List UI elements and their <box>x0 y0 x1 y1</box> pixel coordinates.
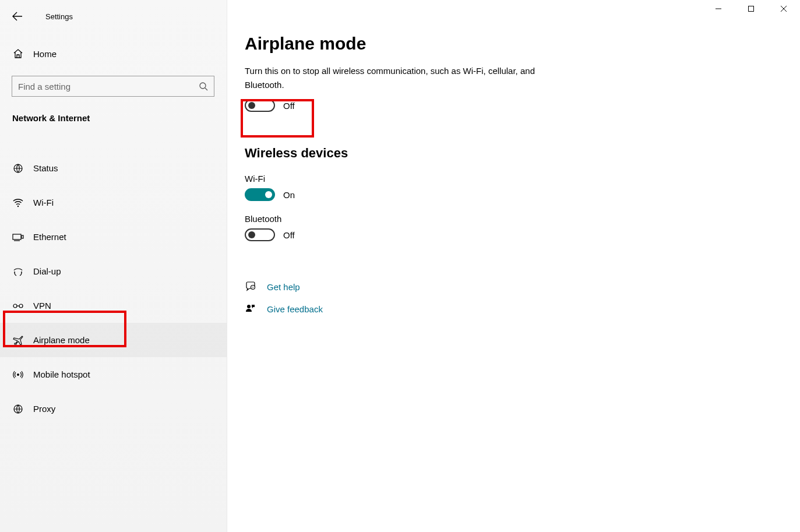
sidebar-item-ethernet[interactable]: Ethernet <box>0 220 227 254</box>
airplane-toggle-state: Off <box>283 101 295 111</box>
window-title: Settings <box>45 12 73 21</box>
dialup-icon <box>12 266 24 277</box>
search-icon <box>199 82 208 91</box>
svg-rect-21 <box>252 305 255 307</box>
svg-rect-4 <box>13 234 21 239</box>
svg-point-20 <box>247 305 251 308</box>
maximize-button[interactable] <box>735 0 767 17</box>
sidebar-item-dialup[interactable]: Dial-up <box>0 254 227 288</box>
sidebar-item-label: Dial-up <box>33 266 61 276</box>
svg-point-9 <box>13 304 17 308</box>
header-row: Settings <box>0 5 227 28</box>
bluetooth-toggle[interactable] <box>245 228 275 241</box>
sidebar-item-label: Proxy <box>33 404 55 414</box>
hotspot-icon <box>12 369 24 380</box>
sidebar-item-label: Ethernet <box>33 232 66 242</box>
category-heading: Network & Internet <box>0 97 227 123</box>
svg-point-8 <box>21 272 22 273</box>
wifi-toggle[interactable] <box>245 188 275 201</box>
sidebar-home[interactable]: Home <box>0 42 227 65</box>
maximize-icon <box>748 5 755 12</box>
svg-line-1 <box>205 88 207 90</box>
get-help-link[interactable]: Get help <box>267 282 300 292</box>
home-label: Home <box>33 49 57 59</box>
back-arrow-icon <box>12 11 23 22</box>
window-controls <box>702 0 800 17</box>
search-input[interactable] <box>18 82 193 91</box>
sidebar-item-vpn[interactable]: VPN <box>0 288 227 323</box>
svg-point-0 <box>200 83 206 89</box>
wifi-label: Wi-Fi <box>245 174 800 184</box>
page-description: Turn this on to stop all wireless commun… <box>245 64 571 92</box>
svg-rect-5 <box>22 235 23 238</box>
close-button[interactable] <box>767 0 800 17</box>
svg-point-12 <box>17 374 19 376</box>
bluetooth-toggle-state: Off <box>283 230 295 240</box>
svg-text:?: ? <box>252 286 254 290</box>
back-button[interactable] <box>12 10 23 22</box>
search-box[interactable] <box>12 76 214 97</box>
sidebar-item-mobile-hotspot[interactable]: Mobile hotspot <box>0 357 227 392</box>
airplane-toggle-row: Off <box>245 99 800 112</box>
sidebar-item-label: VPN <box>33 301 51 311</box>
airplane-icon <box>12 334 24 346</box>
ethernet-icon <box>12 231 24 243</box>
svg-point-7 <box>14 272 15 273</box>
give-feedback-link[interactable]: Give feedback <box>267 304 323 314</box>
sidebar-item-label: Status <box>33 163 58 173</box>
sidebar-item-label: Wi-Fi <box>33 198 54 207</box>
sidebar-item-proxy[interactable]: Proxy <box>0 392 227 426</box>
svg-point-3 <box>17 205 19 206</box>
main-content: Airplane mode Turn this on to stop all w… <box>227 0 800 532</box>
airplane-mode-toggle[interactable] <box>245 99 275 112</box>
page-title: Airplane mode <box>245 34 800 54</box>
feedback-icon <box>245 303 256 315</box>
sidebar-item-airplane-mode[interactable]: Airplane mode <box>0 323 227 357</box>
sidebar: Settings Home Network & Internet Status <box>0 0 227 532</box>
bluetooth-label: Bluetooth <box>245 214 800 224</box>
bluetooth-toggle-row: Off <box>245 228 800 241</box>
wifi-icon <box>12 197 24 209</box>
proxy-icon <box>12 403 24 415</box>
status-icon <box>12 163 24 174</box>
svg-rect-15 <box>749 6 754 12</box>
close-icon <box>780 5 787 12</box>
minimize-icon <box>715 5 722 12</box>
wifi-toggle-row: On <box>245 188 800 201</box>
wireless-devices-heading: Wireless devices <box>245 146 800 161</box>
svg-point-10 <box>19 304 23 308</box>
nav-list: Status Wi-Fi Ethernet Dial-up VPN <box>0 151 227 426</box>
home-icon <box>12 48 24 59</box>
sidebar-item-wifi[interactable]: Wi-Fi <box>0 185 227 220</box>
get-help-row: ? Get help <box>245 281 800 293</box>
get-help-icon: ? <box>245 281 256 293</box>
sidebar-item-label: Airplane mode <box>33 335 90 345</box>
sidebar-item-label: Mobile hotspot <box>33 369 90 379</box>
wifi-toggle-state: On <box>283 190 295 200</box>
vpn-icon <box>12 300 24 312</box>
minimize-button[interactable] <box>702 0 735 17</box>
give-feedback-row: Give feedback <box>245 303 800 315</box>
sidebar-item-status[interactable]: Status <box>0 151 227 185</box>
